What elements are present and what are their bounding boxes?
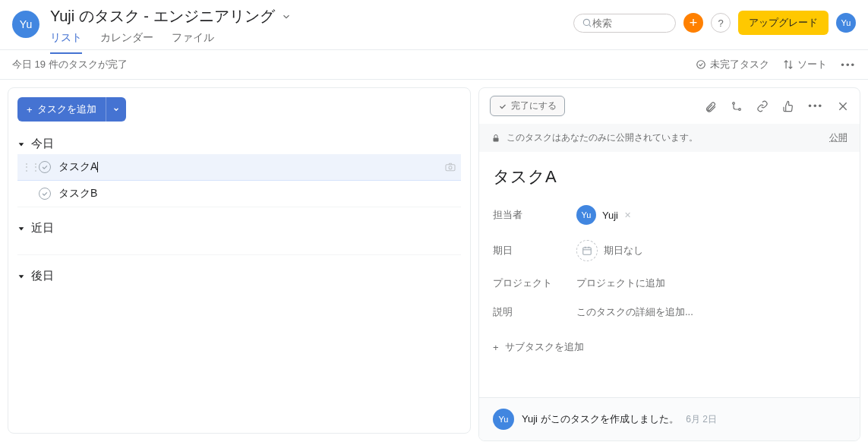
description-label: 説明 [493, 305, 576, 319]
svg-point-5 [449, 166, 452, 169]
activity-text: Yuji がこのタスクを作成しました。 [522, 413, 679, 425]
like-icon[interactable] [782, 100, 794, 112]
status-text: 今日 19 件のタスクが完了 [12, 58, 128, 71]
due-text: 期日なし [604, 244, 643, 257]
search-input[interactable] [592, 17, 653, 29]
grip-icon[interactable]: ⋮⋮ [22, 162, 31, 172]
svg-marker-3 [19, 143, 24, 146]
add-subtask-button[interactable]: + サブタスクを追加 [493, 340, 846, 354]
svg-line-1 [589, 25, 592, 27]
user-avatar-small[interactable]: Yu [836, 13, 856, 33]
task-name[interactable]: タスクA [58, 160, 98, 174]
triangle-down-icon [17, 140, 25, 148]
search-icon [582, 17, 592, 28]
add-button[interactable]: + [683, 13, 703, 33]
assignee-label: 担当者 [493, 208, 576, 222]
task-row[interactable]: ⋮⋮ タスクB [17, 181, 461, 207]
task-title[interactable]: タスクA [493, 166, 846, 188]
search-box[interactable] [573, 14, 676, 33]
due-field[interactable]: 期日なし [576, 240, 643, 261]
check-icon [41, 163, 49, 171]
user-avatar[interactable]: Yu [12, 11, 39, 38]
filter-incomplete[interactable]: 未完了タスク [696, 58, 769, 71]
add-task-dropdown[interactable] [106, 97, 126, 122]
triangle-down-icon [17, 273, 25, 280]
publish-link[interactable]: 公開 [829, 131, 847, 144]
tab-list[interactable]: リスト [50, 31, 82, 54]
project-label: プロジェクト [493, 276, 576, 290]
plus-icon: + [27, 104, 33, 115]
svg-point-8 [733, 102, 735, 104]
link-icon[interactable] [756, 100, 769, 112]
task-name[interactable]: タスクB [58, 187, 97, 200]
complete-checkbox[interactable] [39, 161, 51, 173]
privacy-text: このタスクはあなたのみに公開されています。 [507, 131, 698, 144]
complete-checkbox[interactable] [39, 188, 51, 200]
complete-label: 完了にする [511, 99, 557, 112]
svg-rect-12 [494, 137, 499, 141]
attachment-icon[interactable] [705, 100, 717, 112]
check-circle-icon [696, 59, 706, 70]
sort-button[interactable]: ソート [783, 58, 827, 71]
calendar-icon [576, 240, 598, 261]
filter-label: 未完了タスク [710, 58, 769, 71]
svg-marker-6 [19, 227, 24, 230]
lock-icon [491, 134, 500, 143]
close-icon[interactable] [837, 100, 849, 112]
project-field[interactable]: プロジェクトに追加 [576, 276, 665, 290]
assignee-avatar: Yu [576, 205, 596, 225]
sort-label: ソート [797, 58, 827, 71]
section-soon[interactable]: 近日 [17, 218, 461, 238]
svg-point-2 [697, 61, 705, 69]
remove-assignee-icon[interactable]: ✕ [624, 210, 631, 220]
due-label: 期日 [493, 244, 576, 257]
description-field[interactable]: このタスクの詳細を追加... [576, 305, 693, 319]
tab-files[interactable]: ファイル [172, 31, 214, 54]
help-button[interactable]: ? [711, 13, 731, 33]
plus-icon: + [493, 342, 499, 353]
subtask-label: サブタスクを追加 [505, 340, 584, 354]
upgrade-button[interactable]: アップグレード [738, 11, 829, 35]
check-icon [498, 102, 507, 111]
activity-avatar: Yu [493, 409, 514, 430]
more-icon[interactable]: ••• [808, 100, 823, 112]
check-icon [41, 190, 49, 197]
page-title: Yuji のタスク - エンジニアリング [50, 6, 275, 27]
task-row[interactable]: ⋮⋮ タスクA [17, 154, 461, 181]
add-task-button[interactable]: + タスクを追加 [17, 97, 106, 122]
section-label: 近日 [31, 221, 54, 235]
details-icon[interactable] [444, 161, 456, 173]
triangle-down-icon [17, 225, 25, 232]
chevron-down-icon [112, 106, 120, 113]
subtask-icon[interactable] [731, 100, 743, 112]
assignee-name: Yuji [602, 210, 618, 221]
more-icon[interactable]: ••• [841, 59, 856, 71]
description-placeholder: このタスクの詳細を追加... [576, 305, 693, 319]
section-today[interactable]: 今日 [17, 134, 461, 154]
sort-icon [783, 59, 794, 70]
svg-marker-7 [19, 275, 24, 278]
chevron-down-icon[interactable] [281, 11, 292, 22]
svg-rect-4 [446, 165, 455, 171]
svg-point-0 [583, 19, 589, 25]
section-label: 後日 [31, 269, 54, 283]
svg-rect-13 [583, 248, 592, 254]
add-task-label: タスクを追加 [37, 103, 96, 116]
activity-row: Yu Yuji がこのタスクを作成しました。 6月 2日 [479, 397, 860, 440]
section-label: 今日 [31, 137, 54, 151]
activity-date: 6月 2日 [686, 414, 717, 425]
project-text: プロジェクトに追加 [576, 276, 665, 290]
assignee-field[interactable]: Yu Yuji ✕ [576, 205, 631, 225]
svg-point-9 [739, 108, 741, 110]
mark-complete-button[interactable]: 完了にする [490, 96, 565, 116]
tab-calendar[interactable]: カレンダー [100, 31, 153, 54]
section-later[interactable]: 後日 [17, 266, 461, 286]
